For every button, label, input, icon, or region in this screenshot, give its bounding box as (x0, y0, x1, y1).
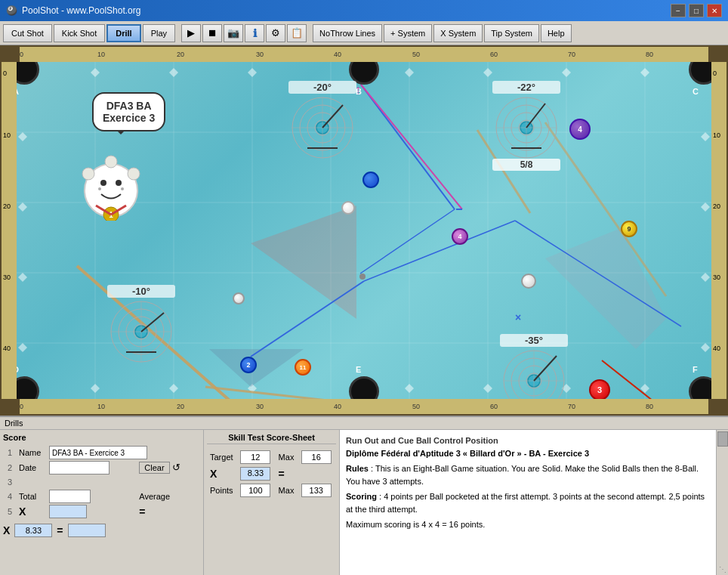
speech-line2: Exercice 3 (103, 112, 155, 124)
kick-shot-button[interactable]: Kick Shot (54, 24, 105, 42)
maximize-button[interactable]: □ (689, 4, 704, 17)
scoring-text: : 4 points per Ball pocketed at the firs… (346, 492, 705, 514)
name-input[interactable] (49, 446, 147, 459)
points-max-input[interactable] (301, 484, 332, 497)
svg-marker-29 (248, 384, 257, 393)
svg-marker-22 (18, 343, 27, 352)
cut-shot-button[interactable]: Cut Shot (3, 24, 52, 42)
svg-line-41 (361, 85, 455, 209)
minimize-button[interactable]: − (671, 4, 686, 17)
skill-title: Skill Test Score-Sheet (207, 433, 336, 444)
svg-line-70 (322, 105, 343, 128)
date-input[interactable] (49, 461, 110, 475)
score-date-label: Date (17, 460, 47, 475)
info-max-scoring: Maximum scoring is 4 x 4 = 16 points. (346, 518, 710, 531)
pocket-D-label: D (17, 365, 19, 374)
info-icon-button[interactable]: ℹ (245, 24, 264, 42)
info-scoring: Scoring : 4 points per Ball pocketed at … (346, 490, 710, 515)
mascot: 1 (77, 153, 145, 221)
score-num-3: 3 (3, 475, 17, 489)
points-input-cell (237, 482, 275, 499)
svg-marker-23 (701, 132, 710, 141)
play-icon-button[interactable]: ▶ (181, 24, 201, 42)
svg-marker-19 (18, 132, 27, 141)
app-title: PoolShot - www.PoolShot.org (22, 5, 140, 16)
ball-1 (362, 172, 379, 188)
ruler-right: 0 10 20 30 40 (711, 62, 726, 399)
angle-label-3: -10° (107, 285, 175, 298)
svg-marker-24 (701, 202, 710, 212)
felt-surface[interactable]: A B C D E F DFA3 BA Exercice 3 (17, 62, 711, 399)
max-input[interactable] (301, 450, 332, 464)
bottom-score-row: X = (3, 524, 200, 537)
clear-button[interactable]: Clear (139, 462, 169, 474)
angle-indicator-3: -10° (107, 285, 175, 366)
x-value-cell (47, 504, 137, 519)
target-label: Target (207, 449, 237, 465)
total-label: Total (17, 489, 47, 504)
drills-header: Drills (0, 417, 728, 430)
scroll-thumb[interactable] (717, 431, 728, 447)
pocket-F-label: F (693, 365, 698, 374)
drill-button[interactable]: Drill (106, 24, 140, 42)
target-input[interactable] (240, 450, 270, 464)
svg-line-40 (545, 122, 666, 296)
play-button[interactable]: Play (143, 24, 175, 42)
tip-system-button[interactable]: Tip System (484, 24, 539, 42)
pocket-D: D (17, 376, 39, 399)
angle-label-2: -22° (492, 81, 560, 94)
skill-row-points: Points Max (207, 482, 336, 499)
plus-system-button[interactable]: + System (384, 24, 432, 42)
score-num-1: 1 (3, 445, 17, 460)
svg-point-53 (116, 180, 122, 186)
max-label-1: Max (276, 449, 298, 465)
svg-marker-14 (248, 68, 257, 77)
skill-row-x: X 8.33 = (207, 465, 336, 482)
info-scrollbar[interactable] (716, 430, 728, 575)
ball-4: 4 (569, 119, 591, 140)
svg-marker-28 (169, 384, 178, 393)
nothrow-button[interactable]: NoThrow Lines (313, 24, 382, 42)
angle-indicator-2: -22° 5/8 4 (492, 81, 560, 171)
result-input[interactable] (68, 524, 106, 537)
svg-marker-18 (640, 68, 649, 77)
x-score-input[interactable] (49, 505, 87, 518)
ruler-top: 0 10 20 30 40 50 60 70 80 (20, 47, 708, 62)
close-button[interactable]: ✕ (707, 4, 722, 17)
center-dot (359, 274, 366, 280)
ball-11: 11 (295, 359, 311, 376)
angle-indicator-1: -20° (288, 81, 356, 162)
total-input[interactable] (49, 490, 91, 503)
score-row-5: 5 X = (3, 504, 200, 519)
cue-ball-3 (233, 292, 245, 305)
refresh-icon: ↺ (172, 462, 180, 473)
help-button[interactable]: Help (541, 24, 572, 42)
settings-icon-button[interactable]: ⚙ (266, 24, 285, 42)
svg-point-58 (105, 156, 117, 168)
resize-corner[interactable]: ⋱ (719, 565, 726, 573)
x-avg-input[interactable] (14, 524, 52, 537)
svg-line-47 (602, 360, 693, 399)
ball-3: 3 (589, 379, 610, 399)
points-input[interactable] (240, 484, 270, 497)
score-row-3: 3 (3, 475, 200, 489)
pocket-E: E (349, 376, 379, 399)
x-label-bottom: X (3, 524, 10, 536)
x-label-skill: X (207, 465, 237, 482)
points-max-cell (298, 482, 336, 499)
svg-line-88 (141, 313, 164, 332)
rules-text: : This is an Eight-Ball Game situation. … (346, 464, 699, 486)
eq-label-bottom: = (57, 524, 63, 536)
max-input-cell (298, 449, 336, 465)
score-num-4: 4 (3, 489, 17, 504)
angle-indicator-4: -35° (500, 334, 568, 399)
score-clear-cell: Clear ↺ (137, 460, 200, 475)
camera-icon-button[interactable]: 📷 (224, 24, 243, 42)
points-label: Points (207, 482, 237, 499)
ball-9: 9 (621, 221, 637, 237)
x-system-button[interactable]: X System (433, 24, 483, 42)
pocket-E-label: E (356, 365, 361, 374)
bottom-panel: Drills Score 1 Name 2 Date (0, 416, 728, 575)
book-icon-button[interactable]: 📋 (287, 24, 307, 42)
stop-icon-button[interactable]: ⏹ (202, 24, 222, 42)
